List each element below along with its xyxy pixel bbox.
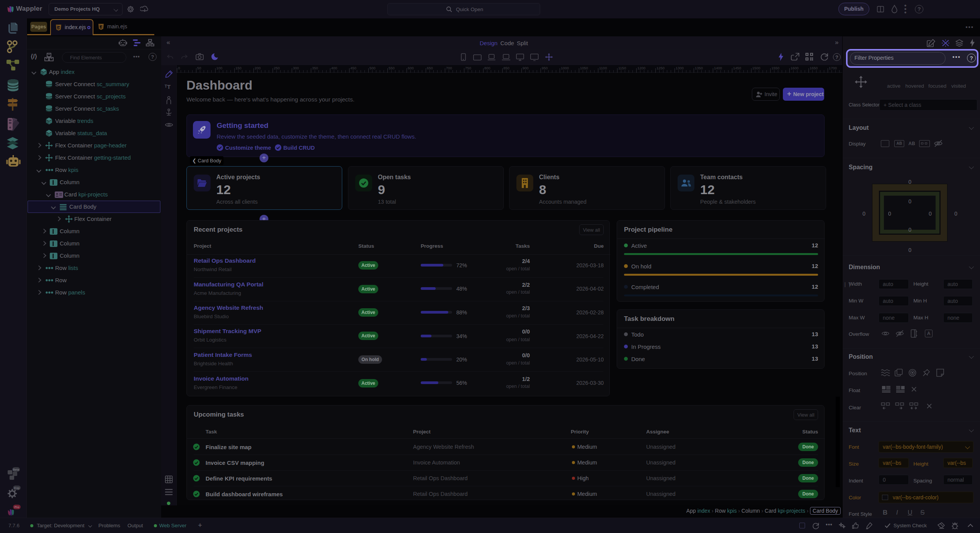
svg-text:Beta: Beta xyxy=(13,468,20,471)
svg-text:Pro: Pro xyxy=(15,505,20,509)
svg-text:Exp: Exp xyxy=(14,486,20,490)
